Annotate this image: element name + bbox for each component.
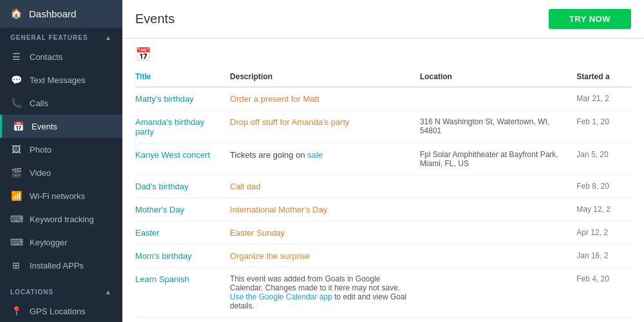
google-calendar-link[interactable]: Use the Google Calendar app xyxy=(230,292,332,301)
event-location: Fpl Solar Amphitheater at Bayfront Park,… xyxy=(420,144,576,175)
event-location xyxy=(420,87,576,111)
event-started: Feb 1, 20 xyxy=(576,111,631,144)
event-location: 316 N Washington St, Watertown, WI, 5480… xyxy=(420,111,576,144)
wifi-icon: 📶 xyxy=(10,191,22,201)
event-title[interactable]: Matty's birthday xyxy=(135,94,194,104)
calendar-decoration-icon: 📅 xyxy=(135,47,151,61)
sidebar-item-contacts[interactable]: ☰ Contacts xyxy=(0,45,122,68)
page-title: Events xyxy=(135,12,175,26)
table-row: Matty's birthdayOrder a present for Matt… xyxy=(135,87,631,111)
event-description: Drop off stuff for Amanda's party xyxy=(230,117,350,127)
chevron-up-icon-2: ▲ xyxy=(105,289,112,296)
table-row: EasterEaster SundayApr 12, 2 xyxy=(135,222,631,245)
sidebar-item-dashboard[interactable]: 🏠 Dashboard xyxy=(0,0,122,28)
phone-icon: 📞 xyxy=(10,98,22,108)
table-row: Learn SpanishThis event was added from G… xyxy=(135,268,631,317)
event-location xyxy=(420,175,576,198)
page-header: Events TRY NOW xyxy=(122,0,644,39)
table-row: Mom's birthdayOrganize the surpriseJan 1… xyxy=(135,245,631,268)
photo-icon: 🖼 xyxy=(10,144,22,155)
table-row: Mother's DayInternational Mother's DayMa… xyxy=(135,198,631,222)
event-location xyxy=(420,245,576,268)
event-started: May 12, 2 xyxy=(576,198,631,222)
home-icon: 🏠 xyxy=(10,8,23,19)
calendar-icon: 📅 xyxy=(12,121,24,131)
table-row: Amanda's birthday partyDrop off stuff fo… xyxy=(135,111,631,144)
dashboard-label: Dashboard xyxy=(29,8,76,19)
event-title[interactable]: Easter xyxy=(135,228,160,238)
sidebar-item-gps[interactable]: 📍 GPS Locations xyxy=(0,299,122,322)
event-started: Feb 8, 20 xyxy=(576,175,631,198)
event-title[interactable]: Mother's Day xyxy=(135,205,184,214)
event-title[interactable]: Learn Spanish xyxy=(135,274,189,284)
contacts-icon: ☰ xyxy=(10,52,22,62)
keyboard-icon: ⌨ xyxy=(10,214,22,224)
event-started: Mar 21, 2 xyxy=(576,87,631,111)
event-description: Organize the surprise xyxy=(230,251,310,261)
sidebar-item-installed-apps[interactable]: ⊞ Installed APPs xyxy=(0,254,122,277)
event-location xyxy=(420,222,576,245)
apps-icon: ⊞ xyxy=(10,260,22,270)
event-title[interactable]: Amanda's birthday party xyxy=(135,117,204,137)
event-description: Order a present for Matt xyxy=(230,94,319,104)
sidebar-item-calls[interactable]: 📞 Calls xyxy=(0,91,122,115)
table-row: Dad's birthdayCall dadFeb 8, 20 xyxy=(135,175,631,198)
events-table-container: 📅 Title Description Location Started a M… xyxy=(122,39,644,322)
event-description: International Mother's Day xyxy=(230,205,327,214)
table-row: Kanye West concertTickets are going on s… xyxy=(135,144,631,175)
event-started: Jan 5, 20 xyxy=(576,144,631,175)
event-started: Jan 16, 2 xyxy=(576,245,631,268)
event-location xyxy=(420,198,576,222)
table-header-row: Title Description Location Started a xyxy=(135,67,631,87)
main-content: Events TRY NOW 📅 Title Description Locat… xyxy=(122,0,644,322)
general-features-section: GENERAL FEATURES ▲ xyxy=(0,28,122,45)
locations-section: LOCATIONS ▲ xyxy=(0,282,122,299)
keylogger-icon: ⌨ xyxy=(10,237,22,247)
sidebar-item-photo[interactable]: 🖼 Photo xyxy=(0,138,122,161)
video-icon: 🎬 xyxy=(10,167,22,178)
event-title[interactable]: Mom's birthday xyxy=(135,251,192,261)
event-started: Feb 4, 20 xyxy=(576,268,631,317)
col-header-location: Location xyxy=(420,67,576,87)
event-started: Apr 12, 2 xyxy=(576,222,631,245)
sidebar-item-video[interactable]: 🎬 Video xyxy=(0,161,122,184)
event-location xyxy=(420,268,576,317)
col-header-title: Title xyxy=(135,67,230,87)
try-now-button[interactable]: TRY NOW xyxy=(549,9,631,29)
col-header-started: Started a xyxy=(576,67,631,87)
event-title[interactable]: Kanye West concert xyxy=(135,150,210,160)
sidebar-item-keylogger[interactable]: ⌨ Keylogger xyxy=(0,231,122,254)
col-header-description: Description xyxy=(230,67,420,87)
events-table: Title Description Location Started a Mat… xyxy=(135,67,631,317)
pin-icon: 📍 xyxy=(10,306,22,316)
event-description: Easter Sunday xyxy=(230,228,285,238)
calendar-icon-row: 📅 xyxy=(135,39,631,67)
sidebar-item-keyword-tracking[interactable]: ⌨ Keyword tracking xyxy=(0,207,122,231)
sidebar-item-events[interactable]: 📅 Events xyxy=(0,115,122,138)
event-description: Call dad xyxy=(230,182,261,191)
sidebar: 🏠 Dashboard GENERAL FEATURES ▲ ☰ Contact… xyxy=(0,0,122,322)
chevron-up-icon: ▲ xyxy=(105,34,112,41)
sidebar-item-wifi[interactable]: 📶 Wi-Fi networks xyxy=(0,184,122,207)
event-title[interactable]: Dad's birthday xyxy=(135,182,189,191)
sidebar-item-text-messages[interactable]: 💬 Text Messages xyxy=(0,68,122,91)
message-icon: 💬 xyxy=(10,75,22,85)
sale-link[interactable]: sale xyxy=(307,150,323,160)
